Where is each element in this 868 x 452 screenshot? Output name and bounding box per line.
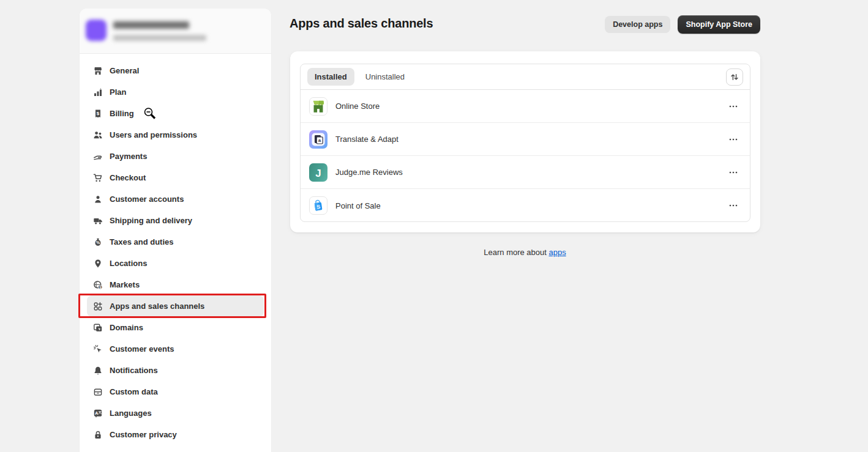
point-of-sale-icon: S	[309, 196, 327, 215]
sidebar-item-custom-data[interactable]: Custom data	[87, 381, 264, 402]
receipt-dollar-icon: $	[93, 109, 103, 119]
hand-payment-icon	[93, 152, 103, 161]
sidebar-item-label: Taxes and duties	[110, 237, 174, 246]
sidebar-item-label: Checkout	[110, 173, 146, 182]
page-title: Apps and sales channels	[290, 17, 433, 31]
shopify-app-store-button[interactable]: Shopify App Store	[678, 15, 760, 34]
app-row-judgeme-reviews: J Judge.me Reviews	[301, 156, 750, 189]
sidebar-item-label: Payments	[110, 152, 147, 161]
users-icon	[93, 130, 103, 140]
domains-icon	[93, 323, 103, 333]
sidebar-item-languages[interactable]: A Languages	[87, 402, 264, 424]
store-name-blurred	[113, 21, 189, 29]
sidebar-item-taxes-and-duties[interactable]: % Taxes and duties	[87, 231, 264, 253]
sidebar-item-locations[interactable]: Locations	[87, 253, 264, 274]
sidebar-item-label: Languages	[110, 409, 152, 418]
app-name: Online Store	[335, 102, 380, 111]
store-icon	[93, 66, 103, 76]
app-row-online-store: Online Store	[301, 90, 750, 123]
apps-tab-bar: Installed Uninstalled	[301, 64, 750, 90]
sidebar-item-customer-events[interactable]: Customer events	[87, 338, 264, 360]
sidebar-item-shipping-and-delivery[interactable]: Shipping and delivery	[87, 210, 264, 231]
sidebar-item-label: Apps and sales channels	[110, 302, 204, 311]
apps-list-box: Installed Uninstalled Online Store	[300, 64, 750, 222]
cart-icon	[93, 173, 103, 183]
location-pin-icon	[93, 259, 103, 269]
apps-grid-plus-icon	[93, 302, 103, 311]
data-box-icon	[93, 387, 103, 397]
sidebar-item-label: Shipping and delivery	[110, 216, 192, 225]
store-email-blurred	[113, 35, 206, 41]
sidebar-item-label: Customer events	[110, 344, 174, 354]
app-name: Point of Sale	[335, 201, 381, 210]
sidebar-item-label: Users and permissions	[110, 130, 197, 139]
ellipsis-icon	[728, 201, 738, 210]
bar-chart-icon	[93, 87, 103, 97]
sidebar-item-users-and-permissions[interactable]: Users and permissions	[87, 124, 264, 146]
sidebar-item-general[interactable]: General	[87, 60, 264, 81]
settings-nav: General Plan $ Billing Users and permiss…	[80, 54, 271, 445]
sidebar-item-billing[interactable]: $ Billing	[87, 103, 264, 124]
sidebar-item-markets[interactable]: $ Markets	[87, 274, 264, 295]
translate-adapt-icon: a	[309, 130, 327, 149]
sidebar-item-label: Customer accounts	[110, 195, 184, 204]
judgeme-icon: J	[309, 163, 327, 182]
ellipsis-icon	[728, 168, 738, 177]
sidebar-item-customer-privacy[interactable]: Customer privacy	[87, 424, 264, 445]
person-icon	[93, 195, 103, 204]
develop-apps-button[interactable]: Develop apps	[605, 16, 670, 33]
row-menu-button[interactable]	[724, 130, 743, 149]
store-avatar	[86, 20, 107, 41]
app-row-translate-adapt: a Translate & Adapt	[301, 123, 750, 156]
sort-button[interactable]	[726, 69, 743, 86]
sidebar-item-domains[interactable]: Domains	[87, 317, 264, 338]
learn-more-footer: Learn more about apps	[290, 248, 760, 257]
sidebar-item-apps-and-sales-channels[interactable]: Apps and sales channels	[87, 295, 264, 317]
translate-icon: A	[93, 409, 103, 418]
sidebar-item-label: Customer privacy	[110, 430, 177, 439]
tab-installed[interactable]: Installed	[307, 68, 354, 86]
svg-text:A: A	[95, 410, 99, 416]
apps-link[interactable]: apps	[549, 248, 566, 257]
sidebar-item-plan[interactable]: Plan	[87, 81, 264, 103]
sidebar-item-label: General	[110, 66, 139, 75]
sidebar-item-label: Locations	[110, 259, 147, 268]
svg-text:$: $	[97, 110, 100, 116]
sidebar-item-label: Markets	[110, 280, 140, 289]
ellipsis-icon	[728, 102, 738, 111]
row-menu-button[interactable]	[724, 163, 743, 182]
row-menu-button[interactable]	[724, 97, 743, 116]
settings-sidebar: General Plan $ Billing Users and permiss…	[80, 9, 271, 452]
lock-icon	[93, 430, 103, 440]
sidebar-item-label: Domains	[110, 323, 143, 332]
money-bag-percent-icon: %	[93, 237, 103, 247]
svg-text:%: %	[96, 240, 100, 245]
truck-icon	[93, 216, 103, 226]
sidebar-item-payments[interactable]: Payments	[87, 146, 264, 167]
app-name: Translate & Adapt	[335, 135, 398, 144]
row-menu-button[interactable]	[724, 196, 743, 215]
ellipsis-icon	[728, 135, 738, 144]
apps-card: Installed Uninstalled Online Store	[290, 51, 760, 232]
sort-arrows-icon	[730, 72, 739, 82]
app-name: Judge.me Reviews	[335, 168, 403, 177]
sidebar-item-notifications[interactable]: Notifications	[87, 360, 264, 381]
header-actions: Develop apps Shopify App Store	[551, 15, 760, 34]
sidebar-item-customer-accounts[interactable]: Customer accounts	[87, 188, 264, 210]
store-header[interactable]	[80, 9, 271, 54]
sidebar-item-label: Billing	[110, 109, 134, 118]
sidebar-item-label: Plan	[110, 87, 126, 97]
app-row-point-of-sale: S Point of Sale	[301, 189, 750, 222]
learn-more-text: Learn more about	[484, 248, 547, 257]
tab-uninstalled[interactable]: Uninstalled	[358, 68, 412, 86]
online-store-icon	[309, 97, 327, 116]
globe-dollar-icon: $	[93, 280, 103, 290]
sidebar-item-label: Notifications	[110, 366, 158, 375]
svg-text:J: J	[315, 167, 321, 179]
sidebar-item-label: Custom data	[110, 387, 158, 396]
bell-icon	[93, 366, 103, 376]
cursor-click-icon	[93, 344, 103, 354]
sidebar-item-checkout[interactable]: Checkout	[87, 167, 264, 188]
